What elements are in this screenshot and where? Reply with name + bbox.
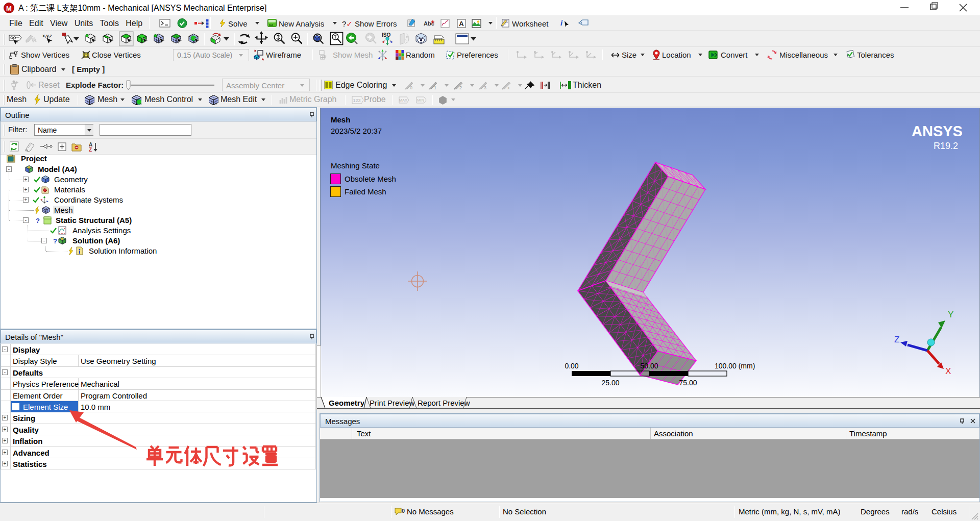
svg-text:0: 0 [410,85,412,90]
svg-text:x: x [507,85,510,90]
svg-text:MIN: MIN [417,98,424,103]
svg-text:1: 1 [434,85,436,90]
svg-text:MAX: MAX [399,98,407,103]
svg-text:50.00: 50.00 [640,362,658,370]
svg-text:100.00 (mm): 100.00 (mm) [715,362,755,370]
svg-text:2: 2 [459,85,462,90]
svg-text:ISO: ISO [382,32,390,38]
svg-text:25.00: 25.00 [601,379,619,387]
svg-text:75.00: 75.00 [679,379,697,387]
svg-text:3: 3 [484,85,486,90]
svg-text:0: 0 [402,508,405,514]
svg-text:Z: Z [894,335,899,344]
svg-text:X: X [945,366,951,376]
svg-text:M: M [6,5,12,12]
svg-text:x,y,z: x,y,z [42,33,52,38]
svg-text:Y: Y [948,310,953,319]
svg-text:123: 123 [353,98,360,103]
svg-text:0.00: 0.00 [565,362,578,370]
svg-text:A: A [459,20,464,28]
